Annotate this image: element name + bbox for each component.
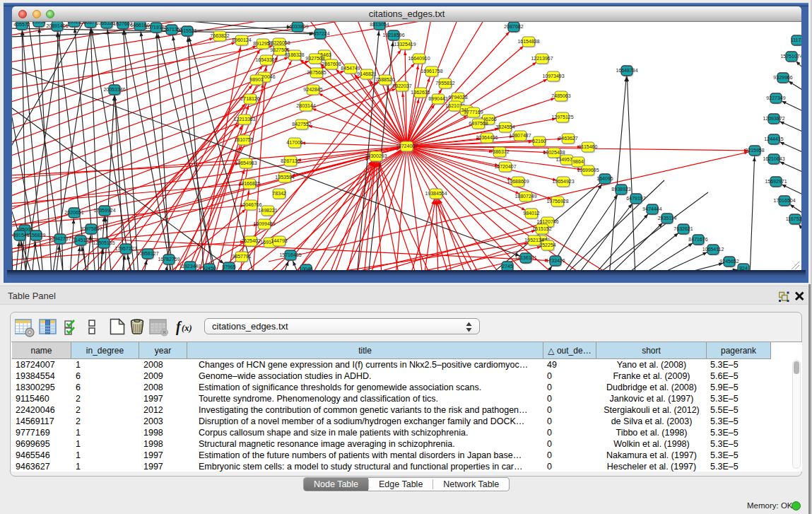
svg-text:7386372: 7386372 [490, 149, 509, 154]
svg-text:1952134: 1952134 [524, 238, 543, 243]
svg-text:10654112: 10654112 [702, 247, 724, 252]
svg-text:8960124: 8960124 [232, 37, 251, 42]
svg-text:2803144: 2803144 [296, 103, 315, 108]
svg-text:9474444: 9474444 [642, 206, 661, 211]
svg-text:9827506: 9827506 [270, 47, 289, 52]
svg-text:19756928: 19756928 [546, 199, 568, 204]
svg-text:19300293: 19300293 [365, 153, 387, 158]
svg-text:14136141: 14136141 [514, 255, 536, 260]
svg-text:12093872: 12093872 [763, 116, 784, 121]
svg-text:8454749: 8454749 [341, 66, 360, 71]
svg-text:15716485: 15716485 [279, 252, 301, 257]
svg-text:16640910: 16640910 [408, 56, 430, 61]
svg-text:20053346: 20053346 [103, 87, 125, 92]
svg-text:16648784: 16648784 [616, 68, 637, 73]
svg-text:16120746: 16120746 [536, 219, 558, 224]
svg-text:16154838: 16154838 [517, 39, 539, 44]
svg-text:1810755: 1810755 [234, 137, 253, 142]
svg-text:8990443: 8990443 [428, 96, 447, 101]
svg-text:9245652: 9245652 [719, 259, 739, 264]
svg-text:29934: 29934 [32, 22, 46, 24]
svg-text:19166825: 19166825 [238, 181, 260, 186]
svg-text:39154: 39154 [13, 233, 27, 238]
svg-text:10046766: 10046766 [240, 202, 261, 207]
svg-text:19654923: 19654923 [552, 179, 574, 184]
svg-text:17016504: 17016504 [773, 198, 795, 203]
svg-text:6497568: 6497568 [469, 121, 488, 126]
svg-text:12213363: 12213363 [233, 117, 255, 122]
svg-text:23226058: 23226058 [268, 40, 290, 45]
svg-text:1498221: 1498221 [258, 208, 277, 213]
svg-text:62160: 62160 [532, 139, 546, 144]
svg-text:1244415: 1244415 [764, 136, 783, 141]
svg-text:7625402: 7625402 [241, 238, 260, 243]
svg-text:20891406: 20891406 [46, 23, 68, 28]
svg-text:8322037: 8322037 [392, 83, 411, 88]
svg-text:10973493: 10973493 [542, 74, 564, 78]
svg-text:8186328: 8186328 [285, 52, 304, 57]
svg-text:9329966: 9329966 [773, 75, 792, 80]
svg-text:984012: 984012 [523, 211, 539, 216]
svg-text:1167533: 1167533 [786, 216, 801, 221]
svg-text:9857791: 9857791 [232, 254, 251, 259]
svg-text:2087682: 2087682 [504, 24, 523, 29]
svg-text:16543362: 16543362 [255, 57, 277, 62]
svg-text:16033809: 16033809 [286, 24, 308, 29]
svg-text:16782759: 16782759 [158, 257, 180, 262]
svg-text:10699695: 10699695 [577, 168, 599, 173]
svg-text:20364436: 20364436 [476, 135, 498, 140]
svg-text:19384554: 19384554 [425, 191, 447, 196]
svg-text:2935114: 2935114 [658, 216, 677, 221]
svg-text:9327508: 9327508 [305, 56, 324, 61]
svg-text:9463627: 9463627 [558, 136, 577, 141]
svg-text:6479197: 6479197 [626, 196, 645, 201]
svg-text:1353594: 1353594 [275, 175, 294, 180]
svg-text:6794028: 6794028 [448, 95, 467, 100]
svg-text:164095: 164095 [596, 176, 613, 181]
svg-text:18724007: 18724007 [396, 144, 418, 148]
svg-text:10958127: 10958127 [136, 251, 158, 256]
svg-text:3875685: 3875685 [307, 70, 326, 75]
svg-text:11172: 11172 [791, 37, 801, 42]
svg-text:252254: 252254 [539, 243, 555, 247]
svg-text:13325419: 13325419 [394, 42, 416, 47]
svg-text:9777169: 9777169 [464, 110, 483, 115]
svg-text:417006: 417006 [286, 140, 302, 145]
svg-text:15751074: 15751074 [780, 54, 801, 59]
svg-text:(x): (x) [182, 323, 192, 333]
svg-text:405572: 405572 [13, 22, 30, 27]
svg-text:3215958: 3215958 [745, 148, 764, 153]
svg-text:7485063: 7485063 [551, 93, 570, 98]
svg-text:87965: 87965 [222, 264, 236, 269]
svg-text:16099489: 16099489 [253, 221, 275, 226]
svg-text:7663822: 7663822 [210, 33, 229, 38]
svg-text:2745: 2745 [502, 264, 513, 269]
svg-text:12505135: 12505135 [93, 240, 114, 245]
svg-text:16961758: 16961758 [420, 69, 442, 74]
svg-text:19218596: 19218596 [382, 33, 404, 37]
svg-text:144793: 144793 [271, 238, 287, 243]
svg-text:7357224: 7357224 [310, 31, 329, 36]
svg-text:9227349: 9227349 [766, 95, 785, 100]
svg-text:3824554: 3824554 [495, 124, 514, 129]
svg-text:9242845: 9242845 [303, 87, 322, 92]
svg-text:15720407: 15720407 [494, 164, 516, 169]
svg-text:8267130: 8267130 [281, 158, 300, 163]
svg-text:1733426: 1733426 [546, 258, 565, 263]
svg-text:1362635: 1362635 [411, 90, 430, 95]
svg-text:8938923: 8938923 [611, 187, 630, 192]
svg-text:8813054: 8813054 [370, 22, 389, 27]
svg-text:8427552: 8427552 [292, 122, 311, 127]
svg-text:17359924: 17359924 [93, 208, 115, 213]
svg-text:7632621: 7632621 [673, 226, 693, 231]
svg-text:10688609: 10688609 [507, 179, 529, 184]
svg-text:7515521: 7515521 [177, 28, 196, 33]
svg-text:8471676: 8471676 [688, 237, 707, 242]
svg-text:1156829: 1156829 [27, 233, 46, 238]
svg-text:12975125: 12975125 [551, 115, 573, 119]
svg-text:7955812: 7955812 [435, 81, 454, 86]
svg-text:16210643: 16210643 [763, 156, 784, 161]
svg-text:19654983: 19654983 [235, 160, 257, 165]
svg-text:9864: 9864 [572, 159, 584, 164]
svg-text:9146821: 9146821 [357, 71, 376, 76]
